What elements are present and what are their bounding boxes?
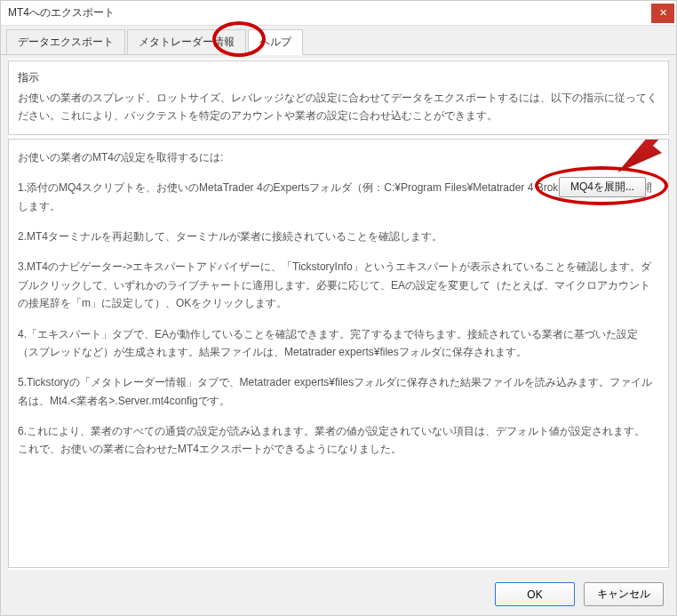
- window-title: MT4へのエクスポート: [8, 5, 115, 20]
- close-icon: ✕: [659, 7, 667, 19]
- ok-button[interactable]: OK: [495, 582, 575, 606]
- step-4: 4.「エキスパート」タブで、EAが動作していることを確認できます。完了するまで待…: [18, 325, 654, 362]
- deploy-mq4-button[interactable]: MQ4を展開...: [559, 177, 646, 197]
- tab-data-export[interactable]: データエクスポート: [6, 29, 125, 54]
- step-2: 2.MT4ターミナルを再起動して、ターミナルが業者に接続されていることを確認しま…: [18, 228, 654, 245]
- titlebar: MT4へのエクスポート ✕: [1, 1, 676, 26]
- step-5: 5.Tickstoryの「メタトレーダー情報」タブで、Metatrader ex…: [18, 373, 654, 410]
- instruction-group: 指示 お使いの業者のスプレッド、ロットサイズ、レバレッジなどの設定に合わせてデー…: [8, 60, 669, 135]
- tab-metatrader-info[interactable]: メタトレーダー情報: [127, 29, 246, 54]
- instruction-label: 指示: [18, 70, 659, 85]
- cancel-button[interactable]: キャンセル: [584, 582, 664, 606]
- steps-scroll[interactable]: お使いの業者のMT4の設定を取得するには: 1.添付のMQ4スクリプトを、お使い…: [18, 148, 659, 558]
- instruction-body: お使いの業者のスプレッド、ロットサイズ、レバレッジなどの設定に合わせてデータをエ…: [18, 89, 659, 125]
- step-6: 6.これにより、業者のすべての通貨の設定が読み込まれます。業者の値が設定されてい…: [18, 422, 654, 459]
- tab-bar: データエクスポート メタトレーダー情報 ヘルプ: [1, 26, 676, 55]
- steps-group: MQ4を展開... お使いの業者のMT4の設定を取得するには: 1.添付のMQ4…: [8, 139, 669, 568]
- content-area: 指示 お使いの業者のスプレッド、ロットサイズ、レバレッジなどの設定に合わせてデー…: [8, 59, 669, 570]
- tab-help[interactable]: ヘルプ: [248, 29, 303, 55]
- dialog-window: MT4へのエクスポート ✕ データエクスポート メタトレーダー情報 ヘルプ 指示…: [0, 0, 677, 616]
- button-bar: OK キャンセル: [1, 573, 676, 615]
- step-3: 3.MT4のナビゲーター->エキスパートアドバイザーに、「TickstoryIn…: [18, 258, 654, 312]
- close-button[interactable]: ✕: [651, 4, 674, 23]
- steps-heading: お使いの業者のMT4の設定を取得するには:: [18, 148, 654, 166]
